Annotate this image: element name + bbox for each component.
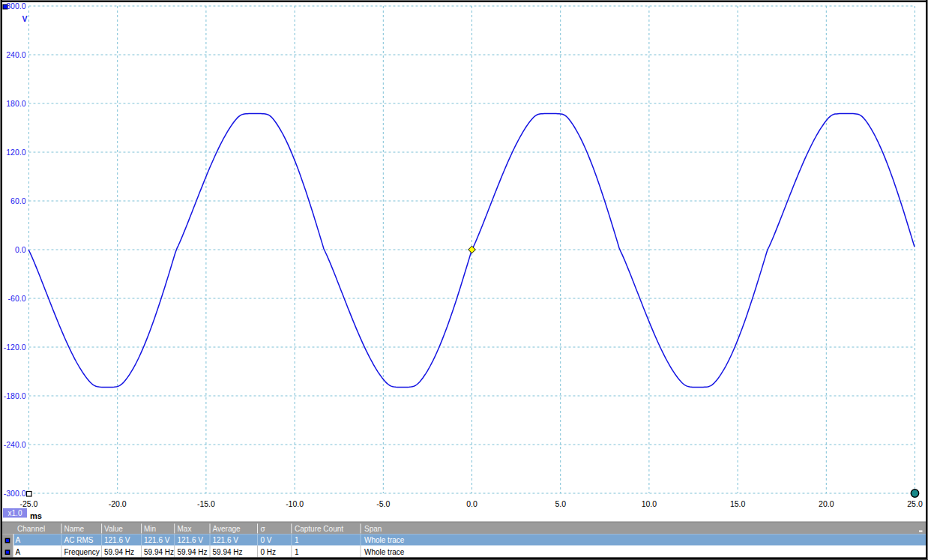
svg-text:0 Hz: 0 Hz bbox=[261, 548, 277, 556]
svg-text:-240.0: -240.0 bbox=[4, 440, 26, 449]
svg-text:Value: Value bbox=[104, 525, 123, 533]
svg-text:59.94 Hz: 59.94 Hz bbox=[144, 548, 174, 556]
svg-text:120.0: 120.0 bbox=[6, 148, 25, 157]
svg-text:Whole trace: Whole trace bbox=[364, 548, 405, 556]
svg-text:-180.0: -180.0 bbox=[4, 391, 26, 400]
svg-text:Capture Count: Capture Count bbox=[295, 525, 343, 533]
svg-text:Average: Average bbox=[213, 525, 241, 533]
svg-text:300.0: 300.0 bbox=[6, 1, 25, 10]
svg-text:0.0: 0.0 bbox=[15, 245, 26, 254]
svg-text:-10.0: -10.0 bbox=[286, 499, 304, 508]
svg-text:Max: Max bbox=[178, 525, 192, 533]
svg-text:x1.0: x1.0 bbox=[8, 509, 22, 517]
svg-text:59.94 Hz: 59.94 Hz bbox=[104, 548, 134, 556]
svg-text:A: A bbox=[16, 548, 21, 556]
svg-text:Whole trace: Whole trace bbox=[364, 536, 405, 544]
svg-text:25.0: 25.0 bbox=[907, 499, 923, 508]
svg-text:0 V: 0 V bbox=[261, 536, 272, 544]
svg-text:121.6 V: 121.6 V bbox=[144, 536, 170, 544]
svg-text:121.6 V: 121.6 V bbox=[178, 536, 204, 544]
svg-text:σ: σ bbox=[261, 525, 266, 533]
svg-text:0.0: 0.0 bbox=[466, 499, 477, 508]
svg-text:Span: Span bbox=[364, 525, 382, 533]
svg-text:AC RMS: AC RMS bbox=[64, 536, 94, 544]
svg-text:59.94 Hz: 59.94 Hz bbox=[213, 548, 243, 556]
svg-text:121.6 V: 121.6 V bbox=[213, 536, 239, 544]
svg-text:-120.0: -120.0 bbox=[4, 343, 26, 352]
svg-text:ms: ms bbox=[30, 511, 42, 520]
svg-text:Min: Min bbox=[144, 525, 156, 533]
svg-text:10.0: 10.0 bbox=[642, 499, 657, 508]
svg-text:121.6 V: 121.6 V bbox=[104, 536, 130, 544]
svg-text:59.94 Hz: 59.94 Hz bbox=[178, 548, 208, 556]
svg-text:20.0: 20.0 bbox=[819, 499, 834, 508]
svg-text:V: V bbox=[22, 14, 27, 23]
svg-text:5.0: 5.0 bbox=[555, 499, 566, 508]
svg-text:Frequency: Frequency bbox=[64, 548, 100, 556]
svg-text:-60.0: -60.0 bbox=[8, 294, 26, 303]
svg-text:-20.0: -20.0 bbox=[109, 499, 127, 508]
svg-text:-25.0: -25.0 bbox=[20, 499, 38, 508]
svg-text:180.0: 180.0 bbox=[6, 99, 25, 108]
svg-text:-5.0: -5.0 bbox=[376, 499, 390, 508]
svg-text:240.0: 240.0 bbox=[6, 50, 25, 59]
svg-text:15.0: 15.0 bbox=[730, 499, 746, 508]
svg-text:A: A bbox=[16, 536, 21, 544]
svg-text:-15.0: -15.0 bbox=[197, 499, 215, 508]
svg-text:1: 1 bbox=[295, 536, 299, 544]
svg-text:Channel: Channel bbox=[17, 525, 45, 533]
svg-text:-300.0: -300.0 bbox=[4, 489, 26, 498]
svg-text:1: 1 bbox=[295, 548, 299, 556]
svg-text:Name: Name bbox=[64, 525, 85, 533]
svg-text:60.0: 60.0 bbox=[10, 196, 26, 205]
